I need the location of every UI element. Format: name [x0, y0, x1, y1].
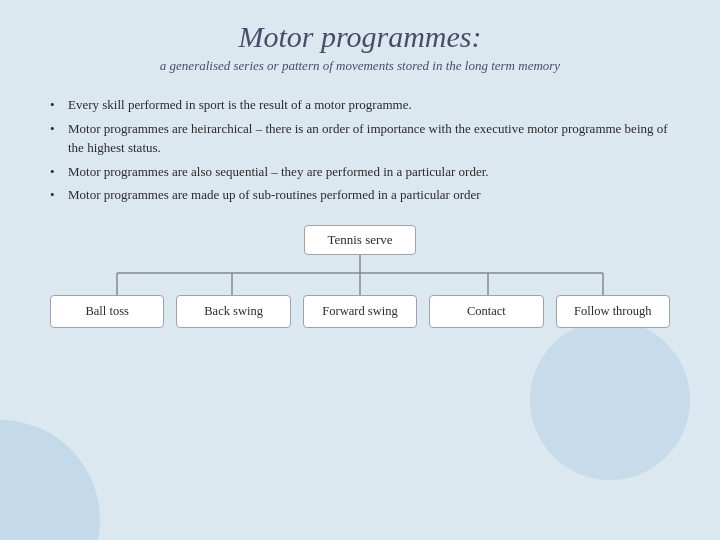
node-contact: Contact: [429, 295, 543, 328]
bullet-2: Motor programmes are heirarchical – ther…: [50, 120, 670, 158]
node-contact-label: Contact: [467, 304, 506, 318]
top-node: Tennis serve: [304, 225, 415, 255]
node-forward-swing-label: Forward swing: [322, 304, 397, 318]
bullet-4: Motor programmes are made up of sub-rout…: [50, 186, 670, 205]
node-follow-through-label: Follow through: [574, 304, 651, 318]
diagram: Tennis serve Ball toss Back swin: [40, 225, 680, 328]
bullet-1: Every skill performed in sport is the re…: [50, 96, 670, 115]
node-ball-toss-label: Ball toss: [85, 304, 128, 318]
node-follow-through: Follow through: [556, 295, 670, 328]
node-ball-toss: Ball toss: [50, 295, 164, 328]
page-title: Motor programmes:: [40, 20, 680, 54]
bullet-list: Every skill performed in sport is the re…: [40, 96, 680, 205]
connector-lines: [60, 255, 660, 295]
node-forward-swing: Forward swing: [303, 295, 417, 328]
node-back-swing: Back swing: [176, 295, 290, 328]
page: Motor programmes: a generalised series o…: [0, 0, 720, 540]
node-back-swing-label: Back swing: [204, 304, 263, 318]
subtitle: a generalised series or pattern of movem…: [40, 58, 680, 74]
bottom-nodes: Ball toss Back swing Forward swing Conta…: [50, 295, 670, 328]
top-node-label: Tennis serve: [327, 232, 392, 247]
bullet-3: Motor programmes are also sequential – t…: [50, 163, 670, 182]
